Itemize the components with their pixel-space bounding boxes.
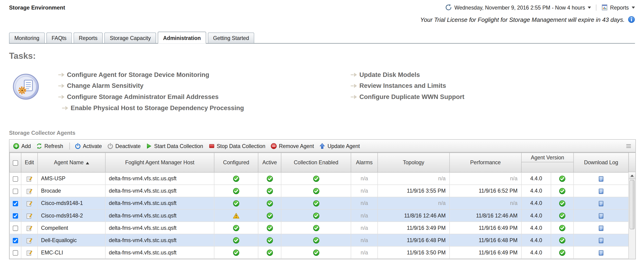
tab-monitoring[interactable]: Monitoring (9, 32, 44, 43)
download-log-icon[interactable] (598, 225, 604, 231)
task-link[interactable]: Update Disk Models (351, 69, 464, 80)
reports-caret-icon[interactable] (632, 6, 635, 8)
column-header-performance[interactable]: Performance (450, 153, 522, 172)
status-ok-icon (266, 200, 273, 206)
refresh-button[interactable]: Refresh (36, 143, 63, 149)
table-scrollbar[interactable] (628, 172, 636, 259)
version-status-cell (551, 185, 574, 197)
status-ok-icon (233, 200, 240, 206)
row-checkbox[interactable] (13, 213, 18, 219)
stop-data-collection-button[interactable]: Stop Data Collection (208, 143, 266, 149)
status-ok-icon (266, 225, 273, 231)
select-all-checkbox[interactable] (13, 160, 18, 166)
column-header-collection-enabled[interactable]: Collection Enabled (281, 153, 351, 172)
column-header-download-log[interactable]: Download Log (574, 153, 629, 172)
column-header-agent-version[interactable]: Agent Version (522, 153, 574, 172)
customizer-icon[interactable] (626, 142, 632, 150)
task-link[interactable]: Enable Physical Host to Storage Dependen… (62, 102, 351, 114)
tasks-area: Configure Agent for Storage Device Monit… (9, 69, 635, 114)
edit-icon[interactable] (26, 212, 32, 219)
row-checkbox[interactable] (13, 176, 18, 182)
version-status-cell (551, 246, 574, 258)
column-header-alarms[interactable]: Alarms (351, 153, 378, 172)
tab-storage-capacity[interactable]: Storage Capacity (104, 32, 156, 43)
row-checkbox[interactable] (13, 238, 18, 243)
task-link[interactable]: Review Instances and Limits (351, 80, 464, 91)
host-cell: delta-fms-vm4.vfs.stc.us.qsft (106, 246, 214, 258)
info-icon[interactable] (628, 16, 635, 23)
time-range-caret-icon[interactable] (588, 6, 591, 8)
edit-icon[interactable] (26, 176, 32, 182)
table-row[interactable]: EMC-CLIdelta-fms-vm4.vfs.stc.us.qsftn/a1… (10, 246, 629, 258)
toolbar-items: AddRefreshActivateDeactivateStart Data C… (13, 142, 626, 150)
download-log-icon[interactable] (598, 188, 604, 194)
add-button[interactable]: Add (13, 143, 31, 149)
download-log-cell (574, 234, 629, 246)
top-right-controls: Wednesday, November 9, 2016 2:55 PM - No… (446, 4, 635, 11)
row-checkbox[interactable] (13, 250, 18, 256)
edit-icon[interactable] (26, 225, 32, 231)
tab-faqts[interactable]: FAQts (46, 32, 72, 43)
update-agent-button[interactable]: Update Agent (319, 143, 360, 149)
page: Storage Environment Wednesday, November … (0, 0, 644, 260)
row-checkbox[interactable] (13, 201, 18, 206)
date-value: 11/9/16 3:50 PM (407, 249, 446, 256)
edit-icon[interactable] (26, 250, 32, 256)
download-log-icon[interactable] (598, 237, 604, 244)
row-checkbox[interactable] (13, 189, 18, 194)
edit-icon[interactable] (26, 237, 32, 244)
download-log-icon[interactable] (598, 250, 604, 256)
table-row[interactable]: Dell-Equallogicdelta-fms-vm4.vfs.stc.us.… (10, 234, 629, 246)
column-header-configured[interactable]: Configured (214, 153, 258, 172)
time-range-icon[interactable] (446, 4, 452, 11)
alarms-cell: n/a (351, 172, 378, 185)
table-row[interactable]: Brocadedelta-fms-vm4.vfs.stc.us.qsftn/a1… (10, 185, 629, 197)
column-header-edit[interactable]: Edit (21, 153, 38, 172)
download-log-icon[interactable] (598, 212, 604, 219)
download-log-icon[interactable] (598, 200, 604, 206)
configured-cell (214, 209, 258, 222)
remove-agent-button[interactable]: Remove Agent (271, 143, 314, 149)
task-arrow-icon (58, 95, 64, 99)
row-checkbox[interactable] (13, 226, 18, 231)
edit-icon[interactable] (26, 188, 32, 194)
scrollbar-thumb[interactable] (630, 180, 634, 229)
column-header-active[interactable]: Active (258, 153, 281, 172)
tab-getting-started[interactable]: Getting Started (208, 32, 254, 43)
reports-icon[interactable] (602, 4, 608, 11)
table-row[interactable]: Cisco-mds9148-1delta-fms-vm4.vfs.stc.us.… (10, 197, 629, 209)
task-link[interactable]: Configure Duplicate WWN Support (351, 91, 464, 102)
task-link[interactable]: Configure Agent for Storage Device Monit… (58, 69, 351, 80)
tasks-heading: Tasks: (9, 51, 635, 61)
table-row[interactable]: Compellentdelta-fms-vm4.vfs.stc.us.qsftn… (10, 222, 629, 234)
edit-icon[interactable] (26, 200, 32, 206)
time-range-label[interactable]: Wednesday, November 9, 2016 2:55 PM - No… (454, 4, 585, 11)
na-value: n/a (361, 200, 368, 206)
tab-reports[interactable]: Reports (74, 32, 103, 43)
alarms-cell: n/a (351, 234, 378, 246)
deactivate-icon (107, 143, 113, 149)
status-ok-icon (313, 176, 319, 182)
na-value: n/a (510, 176, 518, 182)
start-data-collection-button[interactable]: Start Data Collection (146, 143, 203, 149)
collection-enabled-cell (281, 185, 351, 197)
tab-administration[interactable]: Administration (158, 32, 206, 44)
task-link[interactable]: Configure Storage Administrator Email Ad… (58, 91, 351, 102)
date-value: 11/9/16 6:49 PM (479, 249, 518, 256)
page-title: Storage Environment (9, 4, 65, 11)
task-link[interactable]: Change Alarm Sensitivity (58, 80, 351, 91)
deactivate-button[interactable]: Deactivate (107, 143, 140, 149)
reports-menu[interactable]: Reports (610, 4, 629, 11)
edit-cell (21, 209, 38, 222)
activate-icon (74, 143, 81, 149)
download-log-icon[interactable] (598, 176, 604, 182)
alarms-cell: n/a (351, 222, 378, 234)
header-divider (596, 4, 596, 11)
scroll-up-button[interactable] (629, 172, 636, 179)
column-header-host[interactable]: Foglight Agent Manager Host (106, 153, 214, 172)
column-header-topology[interactable]: Topology (378, 153, 450, 172)
table-row[interactable]: AMS-USPdelta-fms-vm4.vfs.stc.us.qsftn/an… (10, 172, 629, 185)
column-header-agent-name[interactable]: Agent Name (38, 153, 106, 172)
table-row[interactable]: Cisco-mds9148-2delta-fms-vm4.vfs.stc.us.… (10, 209, 629, 222)
activate-button[interactable]: Activate (74, 143, 102, 149)
